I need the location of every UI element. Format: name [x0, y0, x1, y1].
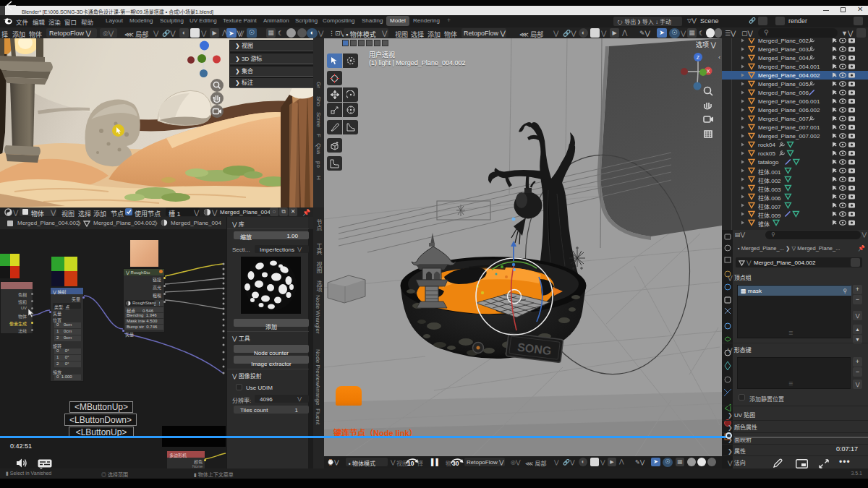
- svg-text:Z: Z: [697, 55, 700, 60]
- svg-text:X: X: [707, 69, 710, 74]
